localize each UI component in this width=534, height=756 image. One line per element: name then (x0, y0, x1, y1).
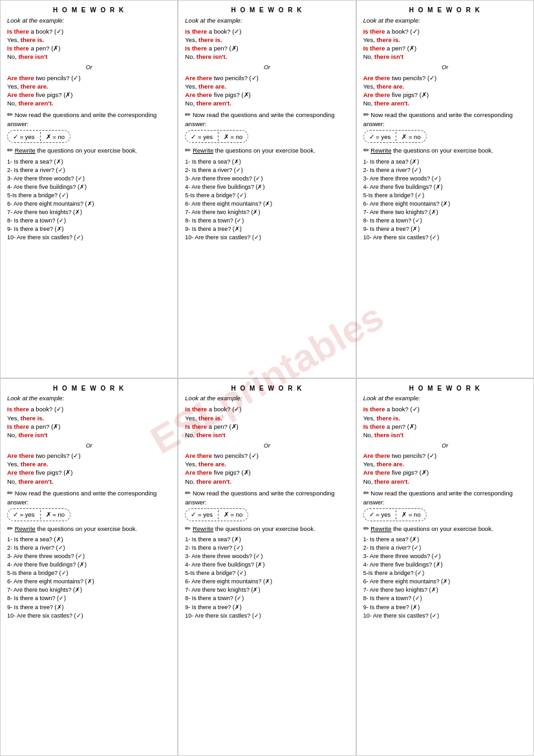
c6-there-is: there is. (376, 415, 400, 422)
q4-1: 1- Is there a sea? (✗) (7, 535, 171, 544)
ex2-there-are: there are. (21, 83, 48, 90)
card-3-title: H O M E W O R K (363, 6, 527, 15)
ex2-are-there: Are there (7, 74, 34, 81)
c5-are-there-pigs: Are there (185, 469, 212, 476)
q5-2: 2- Is there a river? (✓) (185, 544, 348, 552)
q3-10: 10- Are there six castles? (✓) (363, 233, 527, 242)
card-2: H O M E W O R K Look at the example: Is … (178, 0, 356, 378)
card-1-now-read: ✏ Now read the questions and write the c… (7, 110, 171, 128)
q6-6: 6- Are there eight mountains? (✗) (363, 578, 527, 586)
q6-9: 9- Is there a tree? (✗) (363, 603, 527, 612)
c5-there-is: there is. (198, 415, 222, 422)
q2-2: 2- Is there a river? (✓) (185, 166, 348, 175)
card-2-example2: Are there two pencils? (✓) Yes, there ar… (185, 74, 348, 107)
card-2-or: Or (185, 63, 348, 71)
c5-is-there: Is there (185, 405, 207, 413)
c2-are-there: Are there (185, 74, 212, 81)
card-1-rewrite-line: ✏ Rewrite the questions on your exercise… (7, 146, 171, 155)
card-1-or: Or (7, 63, 171, 71)
card-3: H O M E W O R K Look at the example: Is … (356, 0, 534, 378)
c2-there-is: there is. (198, 36, 222, 43)
q4-8: 8- Is there a town? (✓) (7, 594, 171, 603)
q2-1: 1- Is there a sea? (✗) (185, 158, 348, 166)
c4-is-there-pen: Is there (7, 423, 29, 430)
q1-5: 5-Is there a bridge? (✓) (7, 191, 171, 200)
q6-8: 8- Is there a town? (✓) (363, 594, 527, 603)
q2-9: 9- Is there a tree? (✗) (185, 225, 348, 233)
q3-2: 2- Is there a river? (✓) (363, 166, 527, 175)
q5-1: 1- Is there a sea? (✗) (185, 535, 348, 544)
card-5: H O M E W O R K Look at the example: Is … (178, 378, 356, 757)
q1-4: 4- Are there five buildings? (✗) (7, 183, 171, 191)
c5-there-are: there are. (198, 460, 226, 468)
card-5-check-yes: ✓ = yes (191, 510, 213, 519)
q3-5: 5-Is there a bridge? (✓) (363, 191, 527, 200)
q3-8: 8- Is there a town? (✓) (363, 217, 527, 225)
card-4-checkbox-row: ✓ = yes ✗ = no (7, 508, 70, 521)
card-6-check-yes: ✓ = yes (369, 510, 391, 519)
card-6-rewrite-line: ✏ Rewrite the questions on your exercise… (363, 524, 527, 534)
q6-3: 3- Are there three woods? (✓) (363, 552, 527, 561)
card-6-title: H O M E W O R K (363, 384, 527, 393)
q5-5: 5-Is there a bridge? (✓) (185, 569, 348, 578)
q5-10: 10- Are there six castles? (✓) (185, 612, 348, 620)
q4-4: 4- Are there five buildings? (✗) (7, 561, 171, 569)
c4-is-there: Is there (7, 405, 29, 413)
card-4-example2: Are there two pencils? (✓) Yes, there ar… (7, 451, 171, 485)
card-2-rewrite-line: ✏ Rewrite the questions on your exercise… (185, 146, 348, 155)
card-5-example2: Are there two pencils? (✓) Yes, there ar… (185, 451, 348, 485)
card-1-look-at: Look at the example: (7, 16, 171, 25)
q5-9: 9- Is there a tree? (✗) (185, 603, 348, 612)
card-3-example2: Are there two pencils? (✓) Yes, there ar… (363, 74, 527, 107)
card-1-example1: Is there a book? (✓) Yes, there is. Is t… (7, 27, 171, 61)
card-5-title: H O M E W O R K (185, 384, 348, 393)
c3-is-there-pen: Is there (363, 45, 385, 52)
c4-are-there: Are there (7, 452, 34, 459)
card-1-checkbox-row: ✓ = yes ✗ = no (7, 130, 70, 143)
card-6-or: Or (363, 442, 527, 449)
card-4-example1: Is there a book? (✓) Yes, there is. Is t… (7, 405, 171, 438)
c4-there-is: there is. (21, 415, 44, 422)
q5-6: 6- Are there eight mountains? (✗) (185, 578, 348, 586)
card-6-questions: 1- Is there a sea? (✗) 2- Is there a riv… (363, 535, 527, 620)
q5-7: 7- Are there two knights? (✗) (185, 586, 348, 594)
q2-7: 7- Are there two knights? (✗) (185, 208, 348, 217)
c4-there-are: there are. (21, 460, 48, 468)
c6-there-arent: there aren't. (374, 478, 409, 485)
q3-7: 7- Are there two knights? (✗) (363, 208, 527, 217)
ex2-there-arent: there aren't. (18, 100, 53, 107)
c2-there-are: there are. (198, 83, 226, 90)
c4-are-there-pigs: Are there (7, 469, 34, 476)
q6-5: 5-Is there a bridge? (✓) (363, 569, 527, 578)
q5-4: 4- Are there five buildings? (✗) (185, 561, 348, 569)
card-3-x-no: ✗ = no (401, 133, 420, 141)
card-4-or: Or (7, 442, 171, 449)
card-4-title: H O M E W O R K (7, 384, 171, 393)
card-2-look-at: Look at the example: (185, 16, 348, 25)
card-5-or: Or (185, 442, 348, 449)
ex1-there-is: there is. (21, 36, 44, 43)
q5-8: 8- Is there a town? (✓) (185, 594, 348, 603)
c3-is-there: Is there (363, 28, 385, 35)
q6-1: 1- Is there a sea? (✗) (363, 535, 527, 544)
card-6: H O M E W O R K Look at the example: Is … (356, 378, 534, 757)
card-5-look-at: Look at the example: (185, 394, 348, 402)
q2-4: 4- Are there five buildings? (✗) (185, 183, 348, 191)
card-4-questions: 1- Is there a sea? (✗) 2- Is there a riv… (7, 535, 171, 620)
card-2-rewrite: Rewrite (193, 147, 213, 154)
q1-10: 10- Are there six castles? (✓) (7, 233, 171, 242)
card-5-checkbox-row: ✓ = yes ✗ = no (185, 508, 248, 521)
card-3-checkbox-row: ✓ = yes ✗ = no (363, 130, 427, 143)
card-4-x-no: ✗ = no (46, 510, 65, 519)
q1-3: 3- Are there three woods? (✓) (7, 175, 171, 183)
card-3-rewrite: Rewrite (370, 147, 391, 154)
q2-5: 5-Is there a bridge? (✓) (185, 191, 348, 200)
card-4: H O M E W O R K Look at the example: Is … (0, 378, 178, 757)
card-6-example1: Is there a book? (✓) Yes, there is. Is t… (363, 405, 527, 438)
c6-there-isnt: there isn't (374, 431, 403, 438)
c4-there-arent: there aren't. (18, 478, 53, 485)
c6-is-there-pen: Is there (363, 423, 385, 430)
card-1-rewrite: Rewrite (15, 147, 36, 154)
q4-3: 3- Are there three woods? (✓) (7, 552, 171, 561)
c2-there-isnt: there isn't. (197, 53, 228, 60)
